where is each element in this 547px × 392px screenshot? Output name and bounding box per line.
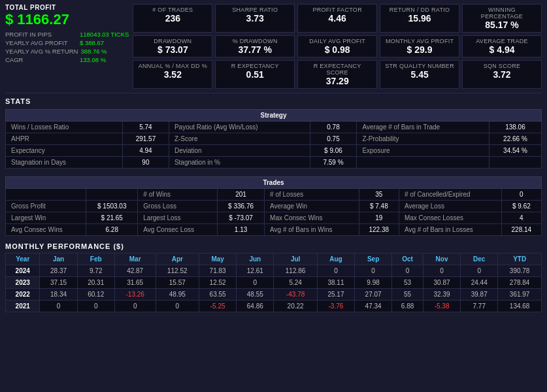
trades-cell-val: 228.14 (501, 224, 541, 236)
sub-stat-value: 388.76 % (80, 48, 107, 55)
trades-header: Trades (6, 177, 542, 189)
metric-label: PROFIT FACTOR (312, 7, 362, 13)
trades-cell-val: 1.13 (218, 224, 265, 236)
monthly-col-header: YTD (498, 253, 542, 265)
monthly-col-header: May (199, 253, 237, 265)
monthly-cell: 0 (423, 265, 460, 277)
metric-label: DRAWDOWN (154, 38, 191, 44)
monthly-cell: 63.55 (199, 289, 237, 301)
monthly-col-header: Feb (77, 253, 114, 265)
metric-value: $ 0.98 (325, 44, 350, 55)
metric-label: # OF TRADES (152, 7, 193, 13)
strategy-cell-label (357, 157, 489, 169)
sub-stat-label: YEARLY AVG % RETURN (5, 48, 78, 55)
monthly-cell: 390.78 (498, 265, 542, 277)
metric-box: AVERAGE TRADE$ 4.94 (462, 35, 542, 57)
strategy-cell-label: Expectancy (6, 145, 123, 157)
monthly-cell: 15.57 (156, 277, 199, 289)
strategy-table: Strategy Wins / Losses Ratio 5.74 Payout… (5, 109, 542, 169)
table-row: AHPR 291.57 Z-Score 0.75 Z-Probability 2… (6, 133, 542, 145)
monthly-cell: -43.78 (274, 289, 318, 301)
table-row: # of Wins 201 # of Losses 35 # of Cancel… (6, 189, 542, 201)
metric-value: 0.51 (246, 69, 264, 80)
strategy-cell-val: 90 (122, 157, 169, 169)
list-item: 202428.379.7242.87112.5271.8312.61112.86… (6, 265, 542, 277)
metric-box: SQN SCORE3.72 (462, 60, 542, 89)
trades-cell-val: $ -73.07 (218, 212, 265, 224)
sub-stat-row: PROFIT IN PIPS118043.03 TICKS (5, 31, 129, 38)
trades-cell-label: Max Consec Losses (399, 212, 501, 224)
strategy-cell-val: 22.66 % (489, 133, 541, 145)
monthly-cell: 64.86 (237, 301, 274, 312)
sub-stat-row: YEARLY AVG PROFIT$ 388.67 (5, 39, 129, 46)
monthly-col-header: Apr (156, 253, 199, 265)
strategy-cell-label: Z-Score (169, 133, 310, 145)
monthly-cell: 7.77 (461, 301, 498, 312)
strategy-cell-label: Exposure (357, 145, 489, 157)
metric-box: MONTHLY AVG PROFIT$ 29.9 (380, 35, 459, 57)
trades-cell-val: $ 7.48 (359, 201, 399, 212)
metric-value: 85.17 % (485, 20, 518, 30)
metric-box: SHARPE RATIO3.73 (215, 4, 295, 33)
monthly-cell: 0 (355, 265, 392, 277)
strategy-cell-label: AHPR (6, 133, 123, 145)
sub-stat-row: YEARLY AVG % RETURN388.76 % (5, 48, 129, 55)
sub-stat-value: 118043.03 TICKS (80, 31, 129, 38)
monthly-cell: 18.34 (40, 289, 77, 301)
monthly-cell: 6.88 (392, 301, 423, 312)
metric-value: 15.96 (408, 13, 431, 24)
trades-section: Trades # of Wins 201 # of Losses 35 # of… (0, 175, 547, 238)
monthly-cell: 24.44 (461, 277, 498, 289)
trades-cell-val: 6.28 (86, 224, 138, 236)
list-item: 20210000-5.2564.8620.22-3.7647.346.88-5.… (6, 301, 542, 312)
table-row: Expectancy 4.94 Deviation $ 9.06 Exposur… (6, 145, 542, 157)
monthly-cell: 47.34 (355, 301, 392, 312)
metric-label: WINNING PERCENTAGE (467, 7, 537, 20)
metric-box: RETURN / DD RATIO15.96 (380, 4, 459, 33)
trades-cell-label: # of Cancelled/Expired (399, 189, 501, 201)
monthly-year: 2021 (6, 301, 40, 312)
monthly-cell: 0 (77, 301, 114, 312)
strategy-cell-label: Stagnation in % (169, 157, 310, 169)
metric-value: 37.29 (326, 76, 349, 86)
monthly-year: 2022 (6, 289, 40, 301)
strategy-cell-val: 4.94 (122, 145, 169, 157)
strategy-cell-val: 0.75 (310, 133, 357, 145)
monthly-cell: 0 (237, 277, 274, 289)
metric-value: $ 4.94 (489, 44, 515, 55)
monthly-cell: 0 (156, 301, 199, 312)
metrics-row: DRAWDOWN$ 73.07% DRAWDOWN37.77 %DAILY AV… (133, 35, 542, 57)
monthly-cell: 48.55 (237, 289, 274, 301)
table-row: Wins / Losses Ratio 5.74 Payout Ratio (A… (6, 122, 542, 133)
monthly-table: YearJanFebMarAprMayJunJulAugSepOctNovDec… (5, 253, 542, 312)
trades-cell-val: 19 (359, 212, 399, 224)
metric-label: MONTHLY AVG PROFIT (386, 38, 454, 44)
metric-value: 37.77 % (239, 44, 272, 55)
monthly-year: 2024 (6, 265, 40, 277)
metric-label: RETURN / DD RATIO (390, 7, 450, 13)
metric-label: STR QUALITY NUMBER (385, 63, 454, 69)
trades-cell-label: Average Win (265, 201, 359, 212)
sub-stat-value: $ 388.67 (80, 39, 104, 46)
monthly-cell: 9.72 (77, 265, 114, 277)
trades-cell-label: Avg Consec Loss (138, 224, 218, 236)
trades-cell-label: # of Wins (138, 189, 218, 201)
monthly-col-header: Jul (274, 253, 318, 265)
metric-box: # OF TRADES236 (133, 4, 212, 33)
trades-cell-val: 0 (501, 189, 541, 201)
trades-cell-label: Gross Loss (138, 201, 218, 212)
strategy-cell-label: Stagnation in Days (6, 157, 123, 169)
monthly-cell: 12.52 (199, 277, 237, 289)
sub-stat-row: CAGR133.08 % (5, 56, 129, 63)
sub-stat-value: 133.08 % (80, 56, 106, 63)
metric-label: DAILY AVG PROFIT (309, 38, 365, 44)
sub-stat-label: CAGR (5, 56, 77, 63)
monthly-cell: 9.98 (355, 277, 392, 289)
list-item: 202218.3460.12-13.2648.9563.5548.55-43.7… (6, 289, 542, 301)
metrics-row: ANNUAL % / MAX DD %3.52R EXPECTANCY0.51R… (133, 60, 542, 89)
monthly-cell: 112.52 (156, 265, 199, 277)
monthly-cell: 28.37 (40, 265, 77, 277)
metric-box: R EXPECTANCY0.51 (215, 60, 295, 89)
trades-cell-label: # of Losses (265, 189, 359, 201)
metric-box: ANNUAL % / MAX DD %3.52 (133, 60, 212, 89)
